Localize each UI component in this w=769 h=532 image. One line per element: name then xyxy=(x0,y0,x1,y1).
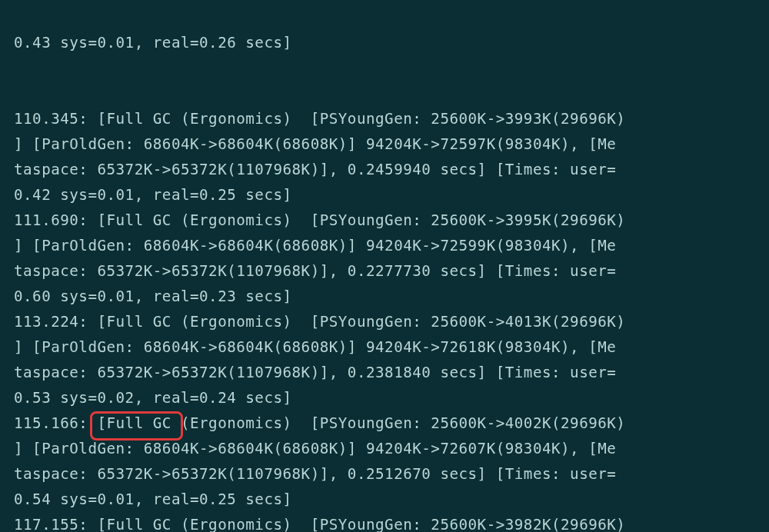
gc-entry-line1: 113.224: [Full GC (Ergonomics) [PSYoungG… xyxy=(0,309,769,334)
gc-entry-line3: taspace: 65372K->65372K(1107968K)], 0.22… xyxy=(0,258,769,284)
gc-entry-line2: ] [ParOldGen: 68604K->68604K(68608K)] 94… xyxy=(0,131,769,157)
gc-entry-line4: 0.54 sys=0.01, real=0.25 secs] xyxy=(0,487,769,512)
gc-entry-line2: ] [ParOldGen: 68604K->68604K(68608K)] 94… xyxy=(0,436,769,461)
gc-entry-line3: taspace: 65372K->65372K(1107968K)], 0.24… xyxy=(0,157,769,182)
gc-entry-line4: 0.60 sys=0.01, real=0.23 secs] xyxy=(0,284,769,309)
terminal-output: 0.43 sys=0.01, real=0.26 secs] 110.345: … xyxy=(0,0,769,532)
gc-entry-line4: 0.53 sys=0.02, real=0.24 secs] xyxy=(0,385,769,411)
gc-entry-line1: 110.345: [Full GC (Ergonomics) [PSYoungG… xyxy=(0,106,769,131)
gc-entry-line1: 115.166: [Full GC (Ergonomics) [PSYoungG… xyxy=(0,411,769,436)
log-line-partial: 0.43 sys=0.01, real=0.26 secs] xyxy=(0,30,769,55)
gc-entry-line3: taspace: 65372K->65372K(1107968K)], 0.25… xyxy=(0,461,769,487)
gc-entry-line3: taspace: 65372K->65372K(1107968K)], 0.23… xyxy=(0,360,769,385)
gc-entry-line4: 0.42 sys=0.01, real=0.25 secs] xyxy=(0,182,769,208)
gc-entry-line1: 111.690: [Full GC (Ergonomics) [PSYoungG… xyxy=(0,208,769,233)
gc-entry-line2: ] [ParOldGen: 68604K->68604K(68608K)] 94… xyxy=(0,334,769,360)
gc-entry-line2: ] [ParOldGen: 68604K->68604K(68608K)] 94… xyxy=(0,233,769,258)
gc-entry-line1: 117.155: [Full GC (Ergonomics) [PSYoungG… xyxy=(0,512,769,532)
